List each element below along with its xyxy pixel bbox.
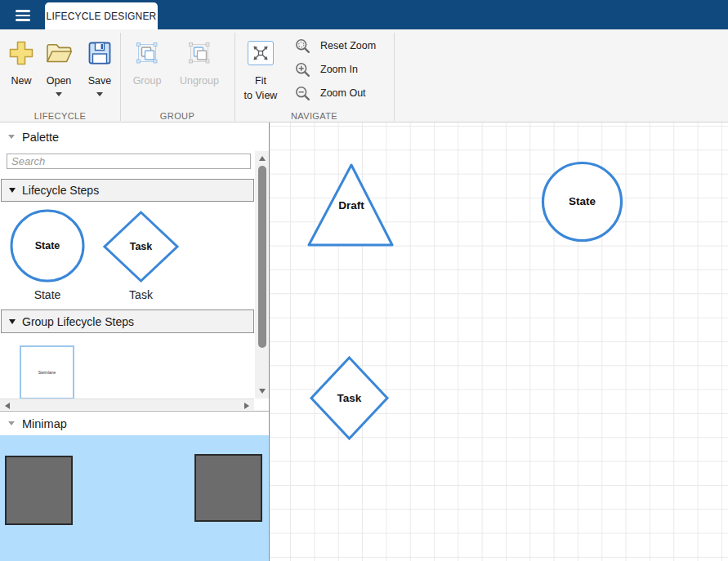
- palette-title: Palette: [22, 131, 59, 144]
- save-label: Save: [88, 73, 112, 88]
- palette-item-task-text: Task: [103, 241, 179, 252]
- new-button[interactable]: New: [2, 38, 41, 88]
- palette-horizontal-scrollbar[interactable]: [0, 398, 254, 410]
- zoom-out-icon: [294, 85, 311, 102]
- scroll-left-icon[interactable]: [5, 403, 10, 409]
- main-area: Palette Lifecycle Steps State Task State…: [0, 122, 728, 561]
- minimap-panel-header[interactable]: Minimap: [0, 411, 269, 435]
- new-icon: [7, 38, 35, 69]
- ribbon-separator: [120, 33, 121, 121]
- scroll-up-icon[interactable]: [259, 156, 266, 161]
- diagram-canvas[interactable]: Draft State Task: [270, 122, 728, 561]
- open-button[interactable]: Open: [40, 38, 78, 96]
- minimap-title: Minimap: [22, 417, 67, 430]
- palette-item-swimlane[interactable]: Swimlane: [20, 345, 74, 399]
- ribbon-separator: [394, 33, 395, 121]
- zoom-in-button[interactable]: Zoom In: [294, 60, 358, 78]
- section-caption-group: GROUP: [120, 111, 234, 121]
- canvas-node-task-label: Task: [310, 392, 389, 404]
- palette-panel-header[interactable]: Palette: [0, 122, 269, 151]
- section-label: Lifecycle Steps: [22, 184, 99, 197]
- section-header-lifecycle-steps[interactable]: Lifecycle Steps: [1, 179, 254, 202]
- collapse-arrow-icon[interactable]: [8, 135, 15, 139]
- ribbon-separator: [234, 33, 235, 121]
- reset-zoom-label: Reset Zoom: [320, 40, 376, 51]
- save-dropdown-arrow-icon[interactable]: [96, 92, 103, 96]
- collapse-arrow-icon[interactable]: [8, 421, 15, 425]
- tab-label: LIFECYCLE DESIGNER: [47, 11, 157, 22]
- minimap-node: [5, 456, 73, 525]
- fit-to-view-label: Fitto View: [244, 73, 278, 103]
- reset-zoom-button[interactable]: Reset Zoom: [294, 37, 376, 55]
- collapse-arrow-icon: [9, 188, 16, 193]
- new-label: New: [11, 73, 31, 88]
- ribbon-toolbar: New Open Save: [0, 29, 728, 122]
- palette-vertical-scrollbar[interactable]: [255, 151, 269, 398]
- ungroup-label: Ungroup: [180, 73, 219, 88]
- section-caption-navigate: NAVIGATE: [234, 111, 394, 121]
- left-panel: Palette Lifecycle Steps State Task State…: [0, 122, 270, 561]
- section-label: Group Lifecycle Steps: [22, 315, 134, 328]
- fit-to-view-icon: [248, 41, 274, 65]
- section-caption-lifecycle: LIFECYCLE: [0, 111, 120, 121]
- title-bar: LIFECYCLE DESIGNER: [0, 0, 728, 29]
- palette-item-swimlane-text: Swimlane: [38, 370, 56, 375]
- fit-to-view-button[interactable]: Fitto View: [242, 38, 279, 103]
- collapse-arrow-icon: [9, 319, 16, 324]
- zoom-out-button[interactable]: Zoom Out: [294, 84, 366, 102]
- zoom-in-label: Zoom In: [320, 64, 358, 75]
- scrollbar-thumb[interactable]: [258, 166, 266, 348]
- minimap-view[interactable]: [0, 435, 269, 561]
- palette-item-state-text: State: [10, 240, 85, 252]
- open-label: Open: [47, 73, 72, 88]
- save-button[interactable]: Save: [81, 38, 118, 96]
- minimap-node: [194, 454, 262, 522]
- section-header-group-lifecycle-steps[interactable]: Group Lifecycle Steps: [1, 309, 254, 333]
- lifecycle-designer-app: LIFECYCLE DESIGNER New Open: [0, 0, 728, 561]
- group-label: Group: [133, 73, 162, 88]
- canvas-node-draft-label: Draft: [308, 199, 395, 211]
- palette-search-input[interactable]: [7, 154, 251, 169]
- group-icon: [135, 38, 159, 69]
- tab-lifecycle-designer[interactable]: LIFECYCLE DESIGNER: [45, 2, 158, 29]
- group-button[interactable]: Group: [128, 38, 166, 88]
- zoom-in-icon: [294, 61, 311, 78]
- menu-icon[interactable]: [16, 10, 30, 21]
- palette-item-task-label: Task: [103, 288, 179, 301]
- reset-zoom-icon: [294, 38, 311, 55]
- palette-item-state-label: State: [10, 288, 85, 301]
- ungroup-icon: [187, 38, 212, 69]
- open-icon: [45, 38, 73, 69]
- canvas-node-state-label: State: [540, 195, 624, 207]
- zoom-out-label: Zoom Out: [320, 87, 366, 99]
- scroll-right-icon[interactable]: [244, 403, 249, 409]
- open-dropdown-arrow-icon[interactable]: [56, 92, 62, 96]
- ungroup-button[interactable]: Ungroup: [175, 38, 224, 88]
- scroll-down-icon[interactable]: [259, 389, 266, 394]
- save-icon: [87, 38, 112, 69]
